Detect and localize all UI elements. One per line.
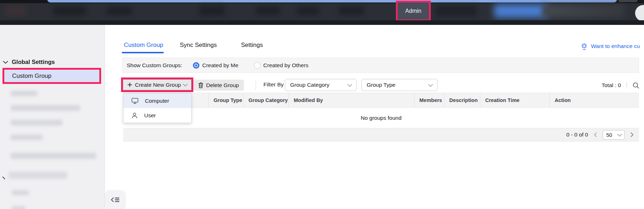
chevron-down-icon [183, 82, 188, 86]
blurred-nav-item [297, 6, 319, 15]
pagination-next-button[interactable] [630, 132, 634, 138]
tab-sync-settings[interactable]: Sync Settings [180, 42, 217, 49]
column-header-members[interactable]: Members [414, 93, 444, 107]
blurred-logo [5, 6, 26, 16]
sidebar-section-global-settings[interactable]: Global Settings [3, 59, 55, 65]
blurred-nav-item [53, 6, 86, 16]
total-count-label: Total : 0 [602, 82, 621, 89]
sidebar-section-label: Global Settings [12, 59, 55, 65]
chevron-left-icon [593, 132, 597, 138]
delete-group-label: Delete Group [206, 82, 239, 89]
column-header-description[interactable]: Description [444, 93, 480, 107]
groups-table-header: Group Type Group Category↓ Modified By M… [123, 93, 639, 108]
page-size-select[interactable]: 50 [603, 130, 625, 140]
admin-tab[interactable]: Admin [396, 1, 431, 21]
group-type-dropdown[interactable]: Group Type [361, 79, 438, 91]
blurred-nav-item [542, 4, 624, 18]
column-header-creation-time[interactable]: Creation Time [480, 93, 549, 107]
app-window: Admin Global Settings Custom Group [0, 0, 644, 209]
column-header-group-category[interactable]: Group Category↓ [243, 93, 288, 107]
pagination-bar: 0 - 0 of 0 50 [123, 128, 639, 141]
create-new-group-label: Create New Group [135, 82, 181, 88]
menu-item-user-label: User [144, 112, 156, 119]
sidebar-item-custom-group[interactable]: Custom Group [2, 68, 101, 84]
blurred-sidebar-item [11, 105, 80, 111]
user-icon [131, 112, 138, 119]
pagination-prev-button[interactable] [593, 132, 597, 138]
blurred-sidebar-item [11, 91, 37, 96]
chevron-down-icon [3, 60, 8, 64]
browser-blue-band [47, 0, 617, 2]
menu-item-computer[interactable]: Computer [124, 93, 191, 108]
column-header-action[interactable]: Action [549, 93, 639, 107]
chevron-mark-icon [2, 176, 6, 180]
column-header-group-type[interactable]: Group Type [208, 93, 243, 107]
blurred-sidebar-item [11, 135, 43, 140]
group-category-dropdown-value: Group Category [290, 82, 329, 88]
collapse-sidebar-icon [111, 196, 120, 203]
toolbar-divider [256, 80, 256, 90]
topbar-bottom-strip [0, 20, 644, 25]
pagination-range: 0 - 0 of 0 [566, 132, 588, 138]
settings-sidebar: Global Settings Custom Group [0, 25, 105, 209]
group-type-dropdown-value: Group Type [367, 82, 396, 88]
trash-icon [198, 82, 203, 88]
radio-created-by-others-label[interactable]: Created by Others [263, 62, 309, 69]
total-cluster: Total : 0 [602, 80, 639, 90]
blurred-nav-item [256, 6, 280, 15]
empty-table-row: No groups found [123, 108, 639, 128]
bulb-gear-icon [580, 42, 588, 50]
group-category-dropdown[interactable]: Group Category [285, 79, 357, 91]
computer-icon [131, 98, 138, 104]
chevron-down-icon [347, 82, 352, 87]
create-group-highlight-box: Create New Group [121, 77, 193, 92]
tab-settings[interactable]: Settings [241, 42, 263, 49]
admin-tab-label: Admin [405, 8, 421, 14]
delete-group-button[interactable]: Delete Group [193, 80, 244, 91]
radio-created-by-others[interactable] [254, 62, 261, 69]
top-navigation-bar: Admin [0, 0, 644, 25]
plus-icon [127, 82, 132, 87]
show-custom-groups-bar: Show Custom Groups: Created by Me Create… [122, 58, 639, 73]
filter-by-label: Filter By : [263, 81, 287, 88]
blurred-nav-item [107, 7, 132, 15]
chevron-down-icon [428, 82, 433, 87]
empty-message: No groups found [361, 115, 402, 121]
active-tab-underline [122, 52, 164, 53]
create-group-dropdown-menu: Computer User [123, 93, 192, 123]
chevron-down-icon [617, 132, 622, 136]
blurred-highlight-item [494, 4, 548, 18]
chevron-right-icon [630, 132, 634, 138]
show-custom-groups-label: Show Custom Groups: [127, 62, 182, 69]
total-divider [627, 82, 627, 89]
sidebar-item-label: Custom Group [4, 73, 52, 80]
create-new-group-button[interactable]: Create New Group [123, 79, 192, 90]
blurred-sidebar-item [11, 153, 96, 159]
page-size-value: 50 [606, 132, 612, 138]
radio-created-by-me-label[interactable]: Created by Me [202, 62, 239, 69]
sidebar-collapse-button[interactable] [106, 191, 125, 209]
browser-corner-stub [618, 0, 638, 2]
menu-item-computer-label: Computer [145, 98, 169, 104]
blurred-nav-item [199, 6, 224, 16]
blurred-sidebar-section [9, 172, 67, 179]
enhance-link-label: Want to enhance cu [591, 43, 640, 49]
column-header-modified-by[interactable]: Modified By [288, 93, 414, 107]
blurred-sidebar-item [12, 206, 25, 209]
enhance-link[interactable]: Want to enhance cu [580, 41, 644, 52]
blurred-nav-item [436, 5, 477, 16]
user-avatar[interactable] [635, 5, 644, 21]
blurred-nav-item [339, 6, 364, 15]
blurred-sidebar-item [12, 190, 29, 195]
tab-custom-group[interactable]: Custom Group [124, 42, 163, 49]
menu-item-user[interactable]: User [124, 108, 191, 123]
blurred-sidebar-item [11, 120, 62, 125]
search-icon[interactable] [633, 82, 639, 89]
radio-created-by-me[interactable] [193, 62, 199, 69]
